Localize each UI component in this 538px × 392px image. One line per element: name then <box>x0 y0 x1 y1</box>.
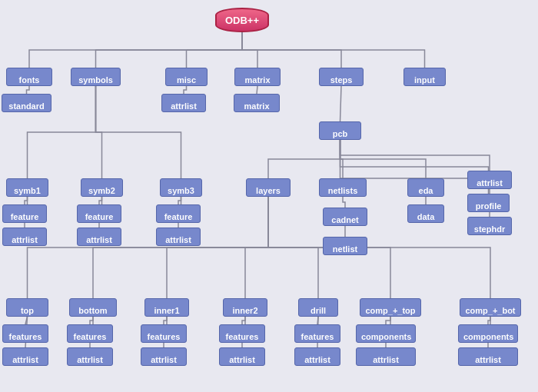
node-bottom_features: features <box>67 324 113 343</box>
node-symb1_feature: feature <box>2 204 47 223</box>
node-pcb_stephdr: stephdr <box>467 217 512 235</box>
node-bottom_attrlist: attrlist <box>67 347 113 366</box>
node-symb2_attrlist: attrlist <box>77 228 121 246</box>
node-inner1_attrlist: attrlist <box>141 347 187 366</box>
node-matrix: matrix <box>234 68 281 86</box>
node-inner2_attrlist: attrlist <box>219 347 265 366</box>
node-misc: misc <box>165 68 208 86</box>
node-misc_attrlist: attrlist <box>161 94 206 112</box>
node-netlist: netlist <box>323 237 367 255</box>
node-pcb: pcb <box>319 121 361 140</box>
node-inner1: inner1 <box>144 298 189 317</box>
node-comp_top: comp_+_top <box>360 298 421 317</box>
node-netlists: netlists <box>319 178 367 197</box>
node-symb1: symb1 <box>6 178 48 197</box>
node-symbols: symbols <box>71 68 121 86</box>
node-inner1_features: features <box>141 324 187 343</box>
node-drill_features: features <box>294 324 340 343</box>
node-comp_top_attrlist: attrlist <box>356 347 416 366</box>
node-symb2_feature: feature <box>77 204 121 223</box>
node-cadnet: cadnet <box>323 208 367 226</box>
node-steps: steps <box>319 68 364 86</box>
node-eda: eda <box>407 178 444 197</box>
node-symb3: symb3 <box>160 178 202 197</box>
node-comp_top_components: components <box>356 324 416 343</box>
node-matrix_child: matrix <box>234 94 280 112</box>
node-drill_attrlist: attrlist <box>294 347 340 366</box>
node-pcb_profile: profile <box>467 194 510 212</box>
node-top: top <box>6 298 48 317</box>
node-comp_bot_components: components <box>458 324 518 343</box>
node-eda_data: data <box>407 204 444 223</box>
node-root: ODB++ <box>215 8 269 32</box>
node-drill: drill <box>298 298 338 317</box>
node-bottom: bottom <box>69 298 117 317</box>
node-fonts: fonts <box>6 68 52 86</box>
node-layers: layers <box>246 178 291 197</box>
node-pcb_attrlist: attrlist <box>467 171 512 189</box>
node-symb1_attrlist: attrlist <box>2 228 47 246</box>
node-top_features: features <box>2 324 48 343</box>
node-inner2: inner2 <box>223 298 267 317</box>
tree-container: ODB++fontssymbolsmiscmatrixstepsinputsta… <box>0 0 538 392</box>
node-inner2_features: features <box>219 324 265 343</box>
node-comp_bot_attrlist: attrlist <box>458 347 518 366</box>
node-symb3_feature: feature <box>156 204 201 223</box>
node-comp_bot: comp_+_bot <box>460 298 521 317</box>
node-standard: standard <box>2 94 51 112</box>
node-top_attrlist: attrlist <box>2 347 48 366</box>
node-symb3_attrlist: attrlist <box>156 228 201 246</box>
node-input: input <box>404 68 446 86</box>
node-symb2: symb2 <box>81 178 123 197</box>
